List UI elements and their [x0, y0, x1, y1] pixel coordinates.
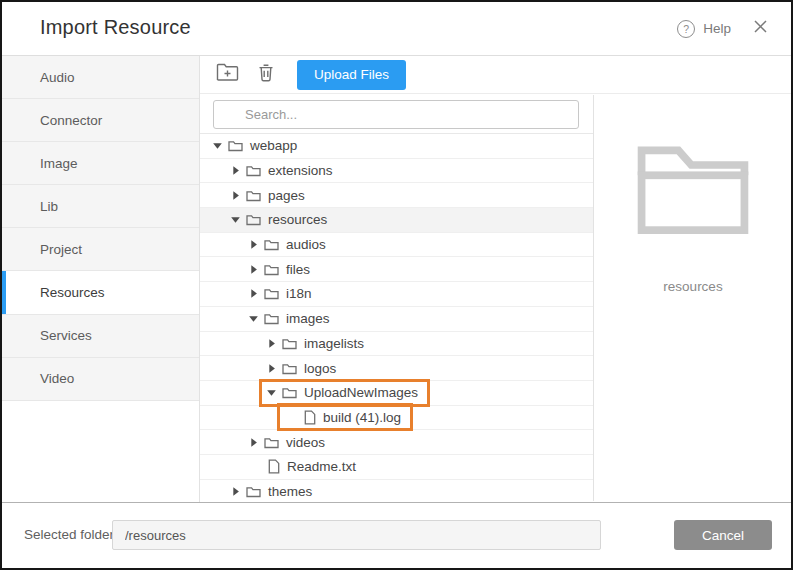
tree-item-label: Readme.txt	[287, 459, 356, 474]
tree-row-images[interactable]: images	[200, 307, 593, 332]
file-icon	[268, 459, 280, 474]
tree-row-content: logos	[265, 357, 336, 379]
tree-item-label: videos	[286, 435, 325, 450]
folder-icon	[264, 287, 279, 300]
caret-right-icon[interactable]	[229, 165, 241, 176]
tree-item-label: resources	[268, 212, 327, 227]
sidebar-item-label: Video	[40, 371, 74, 386]
caret-right-icon[interactable]	[265, 363, 277, 374]
tree-row-audios[interactable]: audios	[200, 233, 593, 258]
help-question-icon: ?	[677, 20, 695, 38]
tree-row-content: audios	[247, 234, 326, 256]
preview-panel: resources	[595, 95, 791, 501]
sidebar-item-project[interactable]: Project	[2, 228, 199, 271]
help-button[interactable]: ? Help	[677, 20, 731, 38]
folder-icon	[282, 362, 297, 375]
folder-icon	[264, 238, 279, 251]
tree-row-logos[interactable]: logos	[200, 356, 593, 381]
dialog-footer: Selected folder: Cancel	[2, 502, 791, 568]
delete-button[interactable]	[254, 64, 278, 86]
tree-item-label: themes	[268, 484, 312, 499]
selected-accent-bar	[2, 271, 6, 313]
caret-down-icon[interactable]	[229, 214, 241, 225]
search-input[interactable]	[213, 100, 579, 129]
tree-row-content: Readme.txt	[247, 456, 356, 478]
highlight-box: build (41).log	[277, 403, 413, 431]
tree-row-content: videos	[247, 431, 325, 453]
caret-down-icon[interactable]	[265, 387, 277, 398]
sidebar-item-video[interactable]: Video	[2, 358, 199, 401]
indent-spacer	[247, 466, 268, 467]
sidebar-item-label: Services	[40, 328, 92, 343]
caret-right-icon[interactable]	[229, 486, 241, 497]
tree-row-webapp[interactable]: webapp	[200, 134, 593, 159]
tree-row-resources[interactable]: resources	[200, 208, 593, 233]
caret-right-icon[interactable]	[247, 264, 259, 275]
caret-right-icon[interactable]	[247, 437, 259, 448]
resource-toolbar: Upload Files	[200, 56, 791, 94]
delete-icon	[258, 63, 274, 86]
tree-item-label: images	[286, 311, 330, 326]
sidebar-item-services[interactable]: Services	[2, 315, 199, 358]
folder-icon	[228, 139, 243, 152]
folder-icon	[282, 337, 297, 350]
tree-item-label: extensions	[268, 163, 333, 178]
tree-row-i18n[interactable]: i18n	[200, 282, 593, 307]
tree-row-themes[interactable]: themes	[200, 480, 593, 501]
tree-row-build-41-log[interactable]: build (41).log	[200, 406, 593, 431]
caret-down-icon[interactable]	[247, 313, 259, 324]
tree-row-content: files	[247, 258, 310, 280]
folder-icon	[633, 141, 753, 241]
close-button[interactable]	[751, 20, 769, 38]
tree-row-content: webapp	[211, 135, 297, 157]
tree-item-label: webapp	[250, 138, 297, 153]
sidebar-item-label: Lib	[40, 199, 58, 214]
caret-right-icon[interactable]	[247, 239, 259, 250]
tree-item-label: audios	[286, 237, 326, 252]
folder-icon	[264, 263, 279, 276]
tree-row-extensions[interactable]: extensions	[200, 159, 593, 184]
new-folder-button[interactable]	[215, 64, 239, 86]
file-tree-panel: webappextensionspagesresourcesaudiosfile…	[200, 95, 594, 501]
selected-folder-input[interactable]	[112, 520, 601, 550]
tree-row-content: i18n	[247, 283, 312, 305]
sidebar-item-resources[interactable]: Resources	[2, 271, 199, 314]
folder-icon	[246, 485, 261, 498]
tree-item-label: UploadNewImages	[304, 385, 418, 400]
tree-row-files[interactable]: files	[200, 257, 593, 282]
file-icon	[304, 410, 316, 425]
cancel-button[interactable]: Cancel	[674, 520, 772, 550]
sidebar-item-label: Connector	[40, 113, 102, 128]
tree-item-label: logos	[304, 361, 336, 376]
sidebar-item-audio[interactable]: Audio	[2, 56, 199, 99]
tree-row-content: themes	[229, 480, 312, 501]
sidebar-item-label: Audio	[40, 70, 75, 85]
tree-row-content: extensions	[229, 160, 333, 182]
tree-row-videos[interactable]: videos	[200, 430, 593, 455]
upload-files-button[interactable]: Upload Files	[297, 60, 406, 90]
search-row	[200, 95, 593, 134]
import-resource-dialog: Import Resource ? Help AudioConnectorIma…	[0, 0, 793, 570]
preview-folder-name: resources	[663, 279, 722, 294]
sidebar-item-image[interactable]: Image	[2, 142, 199, 185]
tree-row-content: pages	[229, 184, 305, 206]
selected-folder-label: Selected folder:	[24, 527, 118, 542]
sidebar-item-connector[interactable]: Connector	[2, 99, 199, 142]
tree-row-pages[interactable]: pages	[200, 183, 593, 208]
caret-right-icon[interactable]	[265, 338, 277, 349]
caret-right-icon[interactable]	[247, 288, 259, 299]
tree-item-label: build (41).log	[323, 410, 401, 425]
folder-icon	[264, 312, 279, 325]
caret-right-icon[interactable]	[229, 190, 241, 201]
file-tree: webappextensionspagesresourcesaudiosfile…	[200, 134, 593, 501]
folder-icon	[282, 386, 297, 399]
sidebar-item-lib[interactable]: Lib	[2, 185, 199, 228]
tree-item-label: pages	[268, 188, 305, 203]
caret-down-icon[interactable]	[211, 140, 223, 151]
tree-row-content: resources	[229, 209, 327, 231]
tree-row-uploadnewimages[interactable]: UploadNewImages	[200, 381, 593, 406]
tree-row-imagelists[interactable]: imagelists	[200, 332, 593, 357]
indent-spacer	[283, 417, 304, 418]
close-icon	[753, 19, 768, 38]
tree-row-readme-txt[interactable]: Readme.txt	[200, 455, 593, 480]
